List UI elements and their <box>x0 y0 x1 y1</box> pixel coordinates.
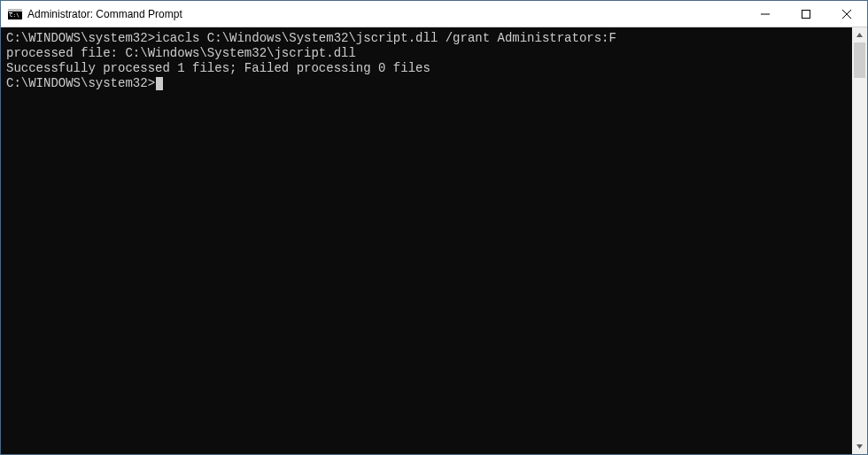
terminal-line: Successfully processed 1 files; Failed p… <box>6 61 847 76</box>
titlebar-buttons <box>745 1 867 27</box>
terminal-output[interactable]: C:\WINDOWS\system32>icacls C:\Windows\Sy… <box>1 27 852 454</box>
scrollbar-thumb[interactable] <box>854 42 865 78</box>
scrollbar-track[interactable] <box>852 42 867 439</box>
scroll-down-button[interactable] <box>852 439 867 454</box>
vertical-scrollbar[interactable] <box>852 27 867 454</box>
scroll-up-button[interactable] <box>852 27 867 42</box>
command-prompt-window: C:\ Administrator: Command Prompt C:\WIN… <box>0 0 868 455</box>
window-title: Administrator: Command Prompt <box>27 8 182 20</box>
terminal-cursor <box>156 77 163 90</box>
terminal-line: C:\WINDOWS\system32>icacls C:\Windows\Sy… <box>6 31 847 46</box>
svg-text:C:\: C:\ <box>10 12 19 18</box>
maximize-button[interactable] <box>786 1 826 27</box>
cmd-icon: C:\ <box>8 7 22 21</box>
terminal-line: processed file: C:\Windows\System32\jscr… <box>6 46 847 61</box>
svg-rect-4 <box>802 10 810 18</box>
terminal-prompt-line: C:\WINDOWS\system32> <box>6 76 847 91</box>
close-button[interactable] <box>826 1 867 27</box>
minimize-button[interactable] <box>745 1 786 27</box>
client-area: C:\WINDOWS\system32>icacls C:\Windows\Sy… <box>1 27 867 454</box>
titlebar[interactable]: C:\ Administrator: Command Prompt <box>1 1 867 27</box>
